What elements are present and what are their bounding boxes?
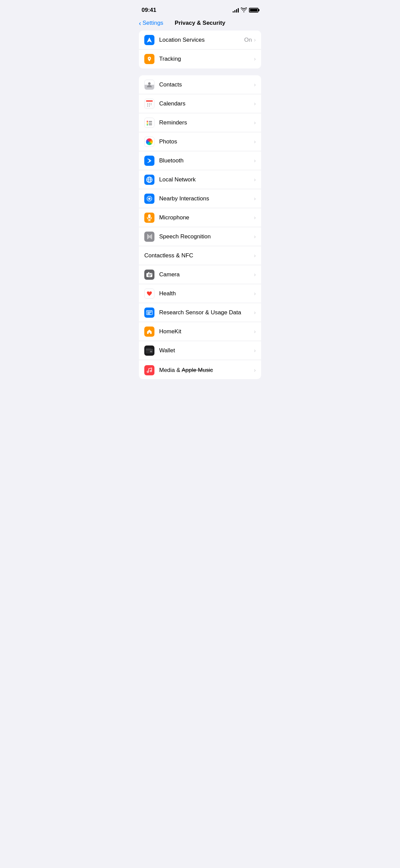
- tracking-label: Tracking: [159, 56, 254, 62]
- homekit-label: HomeKit: [159, 328, 254, 335]
- camera-label: Camera: [159, 271, 254, 278]
- speech-recognition-label: Speech Recognition: [159, 233, 254, 240]
- back-chevron-icon: ‹: [139, 20, 141, 26]
- wallet-chevron: ›: [254, 348, 256, 354]
- row-calendars[interactable]: Calendars ›: [139, 94, 261, 113]
- health-label: Health: [159, 290, 254, 297]
- svg-point-14: [147, 122, 148, 124]
- row-camera[interactable]: Camera ›: [139, 265, 261, 284]
- homekit-icon: [144, 327, 154, 337]
- svg-rect-31: [149, 236, 150, 238]
- reminders-icon: [144, 118, 154, 128]
- svg-point-12: [147, 121, 148, 122]
- row-media-apple-music[interactable]: Media & Apple Music ›: [139, 360, 261, 379]
- speech-recognition-icon: [144, 232, 154, 242]
- svg-point-0: [148, 82, 150, 84]
- status-time: 09:41: [142, 7, 156, 14]
- location-services-value: On: [244, 37, 252, 43]
- photos-icon: [144, 137, 154, 147]
- svg-rect-38: [148, 272, 149, 273]
- page-title: Privacy & Security: [175, 20, 225, 26]
- svg-point-9: [151, 104, 151, 105]
- svg-rect-43: [146, 310, 152, 312]
- row-local-network[interactable]: Local Network ›: [139, 170, 261, 189]
- bluetooth-icon: [144, 156, 154, 166]
- calendars-label: Calendars: [159, 100, 254, 107]
- row-location-services[interactable]: Location Services On ›: [139, 31, 261, 50]
- microphone-icon: [144, 213, 154, 223]
- photos-label: Photos: [159, 138, 254, 145]
- row-health[interactable]: Health ›: [139, 284, 261, 303]
- reminders-chevron: ›: [254, 120, 256, 126]
- location-services-label: Location Services: [159, 37, 244, 43]
- signal-icon: [233, 8, 239, 13]
- contactless-nfc-chevron: ›: [254, 253, 256, 259]
- back-label: Settings: [143, 20, 163, 26]
- research-sensor-label: Research Sensor & Usage Data: [159, 309, 254, 316]
- row-photos[interactable]: Photos ›: [139, 132, 261, 151]
- svg-rect-30: [148, 235, 149, 238]
- homekit-chevron: ›: [254, 329, 256, 335]
- section-location-tracking: Location Services On › Tracking ›: [139, 31, 261, 68]
- svg-point-4: [147, 103, 148, 104]
- row-nearby-interactions[interactable]: Nearby Interactions ›: [139, 189, 261, 208]
- svg-rect-26: [148, 214, 150, 218]
- bluetooth-chevron: ›: [254, 158, 256, 164]
- svg-rect-17: [149, 124, 152, 125]
- svg-point-5: [149, 103, 150, 104]
- media-apple-music-label: Media & Apple Music: [159, 367, 254, 374]
- wallet-label: Wallet: [159, 347, 254, 354]
- svg-rect-46: [147, 314, 151, 314]
- tracking-chevron: ›: [254, 56, 256, 62]
- svg-point-6: [151, 103, 151, 104]
- row-bluetooth[interactable]: Bluetooth ›: [139, 151, 261, 170]
- svg-point-8: [149, 104, 150, 105]
- svg-point-23: [148, 197, 151, 200]
- nearby-interactions-chevron: ›: [254, 196, 256, 202]
- health-icon: [144, 289, 154, 299]
- contactless-nfc-label: Contactless & NFC: [144, 252, 254, 259]
- calendars-icon: [144, 99, 154, 109]
- row-research-sensor[interactable]: Research Sensor & Usage Data ›: [139, 303, 261, 322]
- svg-rect-45: [147, 313, 150, 313]
- camera-icon: [144, 270, 154, 280]
- back-button[interactable]: ‹ Settings: [139, 20, 163, 26]
- camera-chevron: ›: [254, 272, 256, 278]
- photos-chevron: ›: [254, 139, 256, 145]
- row-microphone[interactable]: Microphone ›: [139, 208, 261, 227]
- row-contacts[interactable]: Contacts ›: [139, 75, 261, 94]
- media-music-icon: [144, 365, 154, 375]
- microphone-chevron: ›: [254, 215, 256, 221]
- row-speech-recognition[interactable]: Speech Recognition ›: [139, 227, 261, 246]
- nav-header: ‹ Settings Privacy & Security: [133, 18, 267, 31]
- status-bar: 09:41: [133, 0, 267, 18]
- health-chevron: ›: [254, 291, 256, 297]
- tracking-icon: [144, 54, 154, 64]
- svg-point-11: [149, 106, 150, 106]
- row-wallet[interactable]: Wallet ›: [139, 341, 261, 360]
- svg-rect-49: [146, 349, 153, 350]
- reminders-label: Reminders: [159, 119, 254, 126]
- local-network-chevron: ›: [254, 177, 256, 183]
- nearby-interactions-icon: [144, 194, 154, 204]
- row-reminders[interactable]: Reminders ›: [139, 113, 261, 132]
- bluetooth-label: Bluetooth: [159, 157, 254, 164]
- microphone-label: Microphone: [159, 214, 254, 221]
- research-sensor-chevron: ›: [254, 310, 256, 316]
- svg-point-51: [151, 351, 152, 352]
- research-sensor-icon: [144, 308, 154, 318]
- local-network-icon: [144, 175, 154, 185]
- status-icons: [233, 7, 258, 13]
- contacts-label: Contacts: [159, 81, 254, 88]
- row-contactless-nfc[interactable]: Contactless & NFC ›: [139, 246, 261, 265]
- svg-rect-29: [147, 234, 148, 239]
- local-network-label: Local Network: [159, 176, 254, 183]
- svg-point-39: [151, 274, 152, 274]
- svg-rect-32: [150, 235, 151, 238]
- row-homekit[interactable]: HomeKit ›: [139, 322, 261, 341]
- svg-rect-44: [147, 312, 152, 313]
- contacts-icon: [144, 80, 154, 90]
- svg-rect-13: [149, 121, 152, 122]
- row-tracking[interactable]: Tracking ›: [139, 50, 261, 68]
- svg-point-16: [147, 124, 148, 125]
